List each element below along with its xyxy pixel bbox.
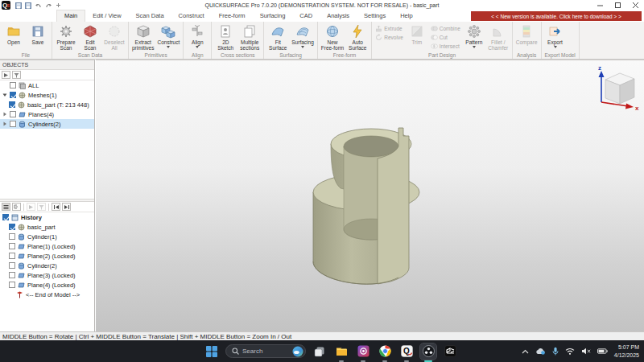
history-row-cylinder1[interactable]: Cylinder(1) [0,232,94,241]
checkbox-hist-basic-part[interactable] [9,224,15,230]
intersect-button[interactable]: Intersect [431,43,460,50]
chrome-button[interactable] [377,343,393,360]
start-button[interactable] [204,343,220,360]
wifi-icon[interactable] [565,348,575,355]
checkbox-basic-part[interactable] [9,101,15,108]
save-icon[interactable] [15,2,22,9]
history-step-forward-button[interactable] [62,203,71,211]
undo-icon[interactable] [35,2,42,9]
tab-main[interactable]: Main [56,10,85,22]
tray-chevron-up-icon[interactable] [522,349,529,354]
taskbar-clock[interactable]: 5:07 PM 4/12/2025 [614,343,639,358]
task-view-button[interactable] [312,343,328,360]
history-list-view-button[interactable] [2,203,10,211]
redo-icon[interactable] [45,2,52,9]
2d-sketch-button[interactable]: 2D Sketch [213,23,237,51]
tab-cad[interactable]: CAD [292,10,320,22]
pattern-button[interactable]: Pattern [462,23,486,48]
checkbox-cylinder2[interactable] [9,262,15,269]
orientation-axes[interactable]: z x [589,65,639,112]
tab-free-form[interactable]: Free-form [212,10,253,22]
cut-button[interactable]: Cut [431,34,460,41]
minimize-button[interactable] [591,0,609,10]
fillet-chamfer-button[interactable]: Fillet / Chamfer [486,23,510,51]
close-button[interactable] [626,0,644,10]
history-row-end-of-model[interactable]: <-- End of Model --> [0,290,94,299]
viewport-3d[interactable]: z x [96,60,644,331]
tab-analysis[interactable]: Analysis [320,10,357,22]
tab-surfacing[interactable]: Surfacing [253,10,293,22]
tree-row-meshes[interactable]: Meshes(1) [0,90,94,100]
tree-row-basic-part[interactable]: basic_part (T: 213 448) [0,100,94,109]
chevron-down-icon[interactable] [2,93,7,97]
history-row-plane2[interactable]: Plane(2) (Locked) [0,251,94,261]
history-tree-view-button[interactable] [12,203,21,211]
prepare-scan-button[interactable]: Prepare Scan [54,23,78,51]
speaker-muted-icon[interactable] [581,348,591,355]
export-dropdown-caret [554,46,557,48]
history-row-root[interactable]: History [0,212,94,222]
auto-surface-button[interactable]: Auto Surface [345,23,369,51]
checkbox-plane4[interactable] [9,282,15,288]
checkbox-plane2[interactable] [9,253,15,259]
history-row-basic-part[interactable]: basic_part [0,222,94,232]
history-row-plane3[interactable]: Plane(3) (Locked) [0,270,94,280]
qat-customize-icon[interactable] [56,2,61,8]
tab-edit-view[interactable]: Edit / View [85,10,128,22]
deselect-all-button[interactable]: Deselect All [102,23,126,51]
checkbox-plane1[interactable] [9,243,15,249]
edit-scan-button[interactable]: Edit Scan [78,23,102,51]
history-play-button[interactable] [27,203,35,211]
export-button[interactable]: Export [543,23,568,48]
capcut-button[interactable] [442,343,458,360]
onedrive-cloud-icon[interactable] [535,348,546,355]
checkbox-cylinder1[interactable] [9,233,15,240]
revolve-button[interactable]: Revolve [375,34,402,41]
maximize-button[interactable] [609,0,626,10]
combine-button[interactable]: Combine [431,25,460,32]
history-row-plane1[interactable]: Plane(1) (Locked) [0,241,94,251]
microphone-icon[interactable] [552,347,559,356]
taskbar-search[interactable]: Search [225,344,306,358]
objects-show-button[interactable] [2,71,10,79]
open-button[interactable]: Open [2,23,26,45]
align-button[interactable]: Align [185,23,209,48]
save-button[interactable]: Save [26,23,50,45]
history-step-back-button[interactable] [52,203,60,211]
surfacing-button[interactable]: Surfacing [290,23,315,48]
compare-button[interactable]: Compare [514,23,539,45]
checkbox-meshes[interactable] [10,92,16,98]
trim-button[interactable]: Trim [405,23,429,45]
chevron-right-icon[interactable] [2,121,7,126]
extrude-button[interactable]: Extrude [375,25,402,32]
chevron-right-icon[interactable] [2,112,7,117]
tree-row-all[interactable]: ALL [0,80,94,90]
photos-app-button[interactable] [355,343,371,360]
new-free-form-button[interactable]: New Free-form [320,23,346,51]
construct-button[interactable]: Construct [155,23,181,48]
objects-filter-button[interactable] [12,71,21,79]
update-banner[interactable]: < < New version is available. Click here… [471,11,642,21]
tab-help[interactable]: Help [393,10,419,22]
tab-scan-data[interactable]: Scan Data [129,10,171,22]
battery-icon[interactable] [597,348,608,354]
checkbox-cylinders[interactable] [10,121,16,127]
history-row-plane4[interactable]: Plane(4) (Locked) [0,280,94,290]
tree-row-cylinders[interactable]: Cylinders(2) [0,119,94,129]
obs-studio-button[interactable] [420,343,436,360]
fit-surface-button[interactable]: Fit Surface [266,23,290,51]
checkbox-planes[interactable] [10,111,16,117]
history-filter-button[interactable] [37,203,46,211]
tab-construct[interactable]: Construct [171,10,212,22]
multiple-sections-button[interactable]: Multiple sections [237,23,262,51]
history-row-cylinder2[interactable]: Cylinder(2) [0,261,94,270]
tab-settings[interactable]: Settings [357,10,393,22]
checkbox-all[interactable] [10,82,16,88]
extract-primitives-button[interactable]: Extract primitives [130,23,155,51]
save-all-icon[interactable] [25,2,31,9]
checkbox-plane3[interactable] [9,272,15,278]
tree-row-planes[interactable]: Planes(4) [0,109,94,119]
file-explorer-button[interactable] [333,343,349,360]
checkbox-history[interactable] [2,214,9,220]
quicksurface-taskbar-button[interactable]: Q [398,343,415,360]
